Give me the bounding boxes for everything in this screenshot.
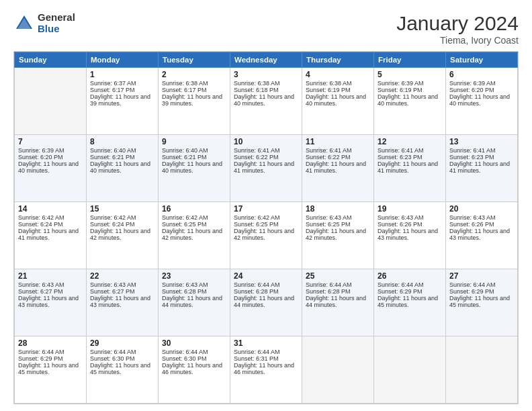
sunrise-text: Sunrise: 6:38 AM: [306, 80, 370, 87]
daylight-text: Daylight: 11 hours and 40 minutes.: [18, 161, 83, 174]
sunrise-text: Sunrise: 6:43 AM: [90, 281, 154, 288]
cal-cell: 31Sunrise: 6:44 AMSunset: 6:31 PMDayligh…: [230, 336, 302, 404]
daylight-text: Daylight: 11 hours and 41 minutes.: [449, 161, 514, 174]
daylight-text: Daylight: 11 hours and 42 minutes.: [306, 228, 370, 241]
cal-cell: 2Sunrise: 6:38 AMSunset: 6:17 PMDaylight…: [159, 68, 230, 135]
daylight-text: Daylight: 11 hours and 46 minutes.: [234, 362, 298, 375]
day-header-thursday: Thursday: [302, 52, 374, 68]
sunset-text: Sunset: 6:25 PM: [162, 221, 226, 228]
week-row-4: 21Sunrise: 6:43 AMSunset: 6:27 PMDayligh…: [15, 269, 518, 336]
sunrise-text: Sunrise: 6:40 AM: [162, 147, 226, 154]
date-number: 11: [306, 137, 370, 146]
daylight-text: Daylight: 11 hours and 39 minutes.: [90, 93, 154, 107]
day-header-tuesday: Tuesday: [159, 52, 230, 68]
sunrise-text: Sunrise: 6:44 AM: [306, 281, 370, 288]
cal-cell: 5Sunrise: 6:39 AMSunset: 6:19 PMDaylight…: [374, 68, 446, 135]
cal-cell: 12Sunrise: 6:41 AMSunset: 6:23 PMDayligh…: [374, 135, 446, 202]
sunset-text: Sunset: 6:22 PM: [234, 154, 298, 161]
sunrise-text: Sunrise: 6:42 AM: [162, 214, 226, 221]
sunrise-text: Sunrise: 6:37 AM: [90, 80, 154, 87]
cal-cell: 21Sunrise: 6:43 AMSunset: 6:27 PMDayligh…: [15, 269, 87, 336]
cal-cell: [446, 336, 518, 404]
date-number: 18: [306, 204, 370, 214]
date-number: 14: [18, 204, 83, 214]
sunset-text: Sunset: 6:21 PM: [162, 154, 226, 161]
date-number: 6: [449, 70, 514, 79]
sunrise-text: Sunrise: 6:38 AM: [234, 80, 298, 87]
cal-cell: 19Sunrise: 6:43 AMSunset: 6:26 PMDayligh…: [374, 202, 446, 269]
cal-cell: 10Sunrise: 6:41 AMSunset: 6:22 PMDayligh…: [230, 135, 302, 202]
date-number: 12: [378, 137, 442, 146]
title-block: January 2024 Tiema, Ivory Coast: [396, 12, 519, 46]
daylight-text: Daylight: 11 hours and 43 minutes.: [449, 228, 514, 241]
cal-cell: 17Sunrise: 6:42 AMSunset: 6:25 PMDayligh…: [230, 202, 302, 269]
sunrise-text: Sunrise: 6:41 AM: [234, 147, 298, 154]
cal-cell: 29Sunrise: 6:44 AMSunset: 6:30 PMDayligh…: [87, 336, 159, 404]
date-number: 31: [234, 338, 298, 348]
sunset-text: Sunset: 6:19 PM: [378, 87, 442, 93]
sunrise-text: Sunrise: 6:42 AM: [234, 214, 298, 221]
sunrise-text: Sunrise: 6:44 AM: [449, 281, 514, 288]
date-number: 27: [449, 271, 514, 281]
sunrise-text: Sunrise: 6:41 AM: [378, 147, 442, 154]
sunrise-text: Sunrise: 6:44 AM: [378, 281, 442, 288]
daylight-text: Daylight: 11 hours and 44 minutes.: [162, 295, 226, 308]
day-header-row: SundayMondayTuesdayWednesdayThursdayFrid…: [15, 52, 518, 68]
logo-blue-text: Blue: [38, 24, 75, 35]
calendar: SundayMondayTuesdayWednesdayThursdayFrid…: [13, 51, 519, 404]
daylight-text: Daylight: 11 hours and 45 minutes.: [378, 295, 442, 308]
date-number: 4: [306, 70, 370, 79]
sunset-text: Sunset: 6:17 PM: [90, 87, 154, 93]
sunrise-text: Sunrise: 6:39 AM: [18, 147, 83, 154]
sunset-text: Sunset: 6:23 PM: [449, 154, 514, 161]
day-header-wednesday: Wednesday: [230, 52, 302, 68]
cal-cell: 3Sunrise: 6:38 AMSunset: 6:18 PMDaylight…: [230, 68, 302, 135]
cal-cell: 28Sunrise: 6:44 AMSunset: 6:29 PMDayligh…: [15, 336, 87, 404]
cal-cell: 9Sunrise: 6:40 AMSunset: 6:21 PMDaylight…: [159, 135, 230, 202]
location: Tiema, Ivory Coast: [396, 35, 519, 46]
cal-cell: 24Sunrise: 6:44 AMSunset: 6:28 PMDayligh…: [230, 269, 302, 336]
sunset-text: Sunset: 6:25 PM: [306, 221, 370, 228]
date-number: 13: [449, 137, 514, 146]
date-number: 21: [18, 271, 83, 281]
daylight-text: Daylight: 11 hours and 46 minutes.: [162, 362, 226, 375]
cal-cell: 22Sunrise: 6:43 AMSunset: 6:27 PMDayligh…: [87, 269, 159, 336]
daylight-text: Daylight: 11 hours and 40 minutes.: [234, 93, 298, 107]
date-number: 28: [18, 338, 83, 348]
sunrise-text: Sunrise: 6:42 AM: [90, 214, 154, 221]
daylight-text: Daylight: 11 hours and 43 minutes.: [90, 295, 154, 308]
cal-cell: 16Sunrise: 6:42 AMSunset: 6:25 PMDayligh…: [159, 202, 230, 269]
sunset-text: Sunset: 6:26 PM: [449, 221, 514, 228]
date-number: 19: [378, 204, 442, 214]
logo: General Blue: [13, 12, 75, 34]
cal-cell: 6Sunrise: 6:39 AMSunset: 6:20 PMDaylight…: [446, 68, 518, 135]
sunset-text: Sunset: 6:29 PM: [378, 288, 442, 295]
daylight-text: Daylight: 11 hours and 45 minutes.: [18, 362, 83, 375]
sunrise-text: Sunrise: 6:43 AM: [449, 214, 514, 221]
sunset-text: Sunset: 6:28 PM: [234, 288, 298, 295]
daylight-text: Daylight: 11 hours and 43 minutes.: [378, 228, 442, 241]
cal-cell: 23Sunrise: 6:43 AMSunset: 6:28 PMDayligh…: [159, 269, 230, 336]
day-header-saturday: Saturday: [446, 52, 518, 68]
cal-cell: 20Sunrise: 6:43 AMSunset: 6:26 PMDayligh…: [446, 202, 518, 269]
sunrise-text: Sunrise: 6:41 AM: [449, 147, 514, 154]
sunset-text: Sunset: 6:28 PM: [306, 288, 370, 295]
sunset-text: Sunset: 6:19 PM: [306, 87, 370, 93]
sunset-text: Sunset: 6:24 PM: [90, 221, 154, 228]
sunrise-text: Sunrise: 6:41 AM: [306, 147, 370, 154]
logo-general-text: General: [38, 12, 75, 24]
cal-cell: 8Sunrise: 6:40 AMSunset: 6:21 PMDaylight…: [87, 135, 159, 202]
cal-cell: [15, 68, 87, 135]
daylight-text: Daylight: 11 hours and 41 minutes.: [306, 161, 370, 174]
date-number: 1: [90, 70, 154, 79]
cal-cell: 14Sunrise: 6:42 AMSunset: 6:24 PMDayligh…: [15, 202, 87, 269]
sunset-text: Sunset: 6:21 PM: [90, 154, 154, 161]
daylight-text: Daylight: 11 hours and 41 minutes.: [378, 161, 442, 174]
date-number: 24: [234, 271, 298, 281]
cal-cell: 30Sunrise: 6:44 AMSunset: 6:30 PMDayligh…: [159, 336, 230, 404]
sunrise-text: Sunrise: 6:44 AM: [18, 349, 83, 355]
daylight-text: Daylight: 11 hours and 40 minutes.: [306, 93, 370, 107]
sunset-text: Sunset: 6:30 PM: [162, 355, 226, 362]
day-header-sunday: Sunday: [15, 52, 87, 68]
sunset-text: Sunset: 6:24 PM: [18, 221, 83, 228]
